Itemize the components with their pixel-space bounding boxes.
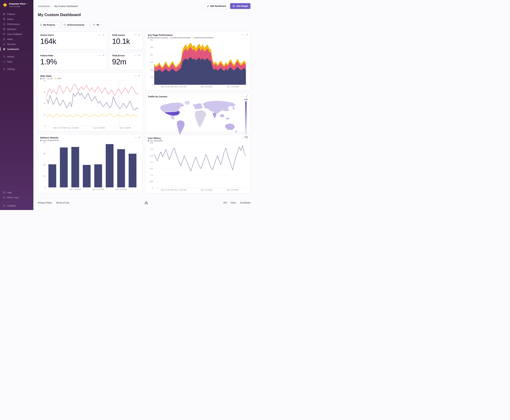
widget-expand-icon[interactable] (138, 75, 140, 77)
date-range-filter[interactable]: 7D (91, 22, 104, 28)
svg-text:2s: 2s (44, 103, 45, 104)
widget-options-icon[interactable]: ⋯ (134, 75, 137, 76)
chart-legend: FCPLCPTTFB (40, 78, 140, 80)
breadcrumb: Dashboards My Custom Dashboard (38, 5, 78, 8)
widget-expand-icon[interactable] (103, 54, 104, 56)
widget-options-icon[interactable]: ⋯ (134, 54, 137, 56)
widget-web-vitals: Web Vitals ⋯ FCPLCPTTFB 01s2s3s4sMar 31 … (38, 73, 143, 132)
svg-text:40: 40 (44, 164, 45, 166)
svg-text:80: 80 (44, 142, 45, 143)
key-page-performance-chart: 05s10s15s20s25s30sMar 31 12:00 AMApr 1 1… (148, 38, 248, 88)
widget-title: Delivery Velocity (40, 136, 58, 139)
sidebar-item-label: Releases (7, 28, 16, 30)
sidebar-item-activity[interactable]: Activity (0, 54, 33, 59)
org-name: Empower Plant (9, 2, 25, 5)
project-filter[interactable]: My Projects (38, 22, 60, 28)
environment-filter[interactable]: All Environments (62, 22, 89, 28)
widget-options-icon[interactable]: ⋯ (134, 137, 137, 138)
widget-total-issues: Total Issues ⋯ 10.1k (110, 32, 143, 50)
widget-options-icon[interactable]: ⋯ (98, 34, 101, 36)
widget-expand-icon[interactable] (138, 34, 140, 36)
sentry-logo-icon (144, 200, 149, 205)
legend-item[interactable]: FCP (40, 78, 45, 80)
legend-item[interactable]: user_misery(300) (148, 140, 163, 142)
projects-icon (3, 13, 5, 15)
svg-text:Apr 3 12:00 AM: Apr 3 12:00 AM (93, 127, 105, 129)
svg-text:0: 0 (44, 187, 45, 188)
sidebar-item-collapse[interactable]: Collapse (0, 203, 33, 208)
docs-link[interactable]: Docs (231, 201, 236, 204)
terms-of-use-link[interactable]: Terms of Use (56, 201, 69, 204)
widget-expand-icon[interactable] (246, 95, 248, 97)
widget-expand-icon[interactable] (138, 54, 140, 56)
svg-text:0: 0 (44, 125, 45, 127)
legend-dot (40, 140, 41, 141)
widget-options-icon[interactable]: ⋯ (242, 96, 244, 97)
legend-label: LCP (49, 78, 52, 80)
web-vitals-plot: 01s2s3s4sMar 31 12:00 AMApr 1 12:00 AMAp… (40, 80, 140, 129)
widget-total-errors: Total Errors ⋯ 92m (110, 52, 143, 70)
contribute-link[interactable]: Contribute (240, 201, 251, 204)
widget-title: Web Vitals (40, 75, 52, 77)
sidebar-item-issues[interactable]: Issues (0, 16, 33, 22)
sidebar-item-settings[interactable]: Settings (0, 67, 33, 72)
sidebar-item-user-feedback[interactable]: User Feedback (0, 32, 33, 37)
legend-item[interactable]: p75(transaction.duration) (170, 37, 191, 38)
widget-expand-icon[interactable] (138, 136, 140, 138)
releases-icon (3, 28, 5, 30)
add-widget-button[interactable]: Add Widget (230, 3, 251, 9)
widget-active-users: Active Users ⋯ 164k (38, 32, 107, 50)
api-link[interactable]: API (223, 201, 227, 204)
legend-item[interactable]: count_unique(release) (40, 139, 59, 141)
sidebar-item-whats-new[interactable]: What's new (0, 195, 33, 200)
widget-options-icon[interactable]: ⋯ (98, 54, 101, 56)
legend-dot (47, 78, 49, 79)
legend-dot (40, 78, 41, 79)
legend-item[interactable]: LCP (47, 78, 52, 80)
delivery-velocity-plot: 020406080Apr 1 12:00 AMApr 3 12:00 AMApr… (40, 141, 140, 191)
dashboards-icon (3, 48, 5, 50)
sidebar-item-dashboards[interactable]: Dashboards (0, 47, 33, 52)
legend-item[interactable]: TTFB (55, 78, 61, 80)
widget-options-icon[interactable]: ⋯ (134, 34, 137, 36)
delivery-velocity-chart: 020406080Apr 1 12:00 AMApr 3 12:00 AMApr… (40, 141, 140, 191)
svg-text:Apr 3 12:00 AM: Apr 3 12:00 AM (92, 188, 104, 190)
sidebar-item-stats[interactable]: Stats (0, 59, 33, 64)
edit-dashboard-button[interactable]: Edit Dashboard (204, 3, 228, 9)
widget-options-icon[interactable]: ⋯ (242, 34, 244, 36)
sidebar-item-help[interactable]: Help (0, 190, 33, 195)
org-switcher[interactable]: Empower Plant Jane Schmidt (0, 2, 33, 8)
widget-title: Total Issues (112, 34, 125, 36)
svg-text:Apr 5 12:00 AM: Apr 5 12:00 AM (227, 189, 239, 191)
legend-item[interactable]: p95(transaction.duration) (148, 37, 168, 38)
map-legend-low: Low (244, 136, 248, 138)
widget-expand-icon[interactable] (103, 34, 104, 36)
svg-text:Apr 5 12:00 AM: Apr 5 12:00 AM (119, 127, 131, 129)
widget-delivery-velocity: Delivery Velocity ⋯ count_unique(release… (38, 134, 143, 193)
svg-text:0.1: 0.1 (151, 174, 153, 176)
breadcrumb-dashboards-link[interactable]: Dashboards (38, 5, 50, 8)
widget-expand-icon[interactable] (246, 34, 248, 36)
sidebar-item-discover[interactable]: Discover (0, 42, 33, 47)
sidebar-item-performance[interactable]: Performance (0, 22, 33, 27)
user-misery-chart: 00.050.10.150.20.250.30.35Mar 31 12:00 A… (148, 142, 248, 191)
alerts-icon (3, 38, 5, 40)
projects-filter-icon (40, 24, 42, 26)
svg-text:Apr 1 12:00 AM: Apr 1 12:00 AM (67, 127, 79, 129)
svg-text:Apr 1 12:00 AM: Apr 1 12:00 AM (69, 188, 81, 190)
plus-circle-icon (233, 5, 235, 7)
sidebar-item-label: Projects (7, 13, 15, 15)
svg-text:Mar 31 12:00 AM: Mar 31 12:00 AM (53, 127, 66, 129)
sidebar-item-releases[interactable]: Releases (0, 27, 33, 32)
legend-item[interactable]: p50(transaction.duration) (193, 37, 213, 38)
svg-text:15s: 15s (150, 61, 153, 63)
svg-text:0.15: 0.15 (150, 168, 153, 169)
chevron-down-icon (100, 24, 102, 26)
sidebar-item-label: Performance (7, 23, 20, 25)
sidebar-item-projects[interactable]: Projects (0, 12, 33, 16)
pencil-icon (207, 5, 209, 7)
svg-text:0.2: 0.2 (151, 161, 153, 163)
svg-text:0.05: 0.05 (150, 180, 153, 182)
sidebar-item-alerts[interactable]: Alerts (0, 37, 33, 42)
privacy-policy-link[interactable]: Privacy Policy (38, 201, 52, 204)
